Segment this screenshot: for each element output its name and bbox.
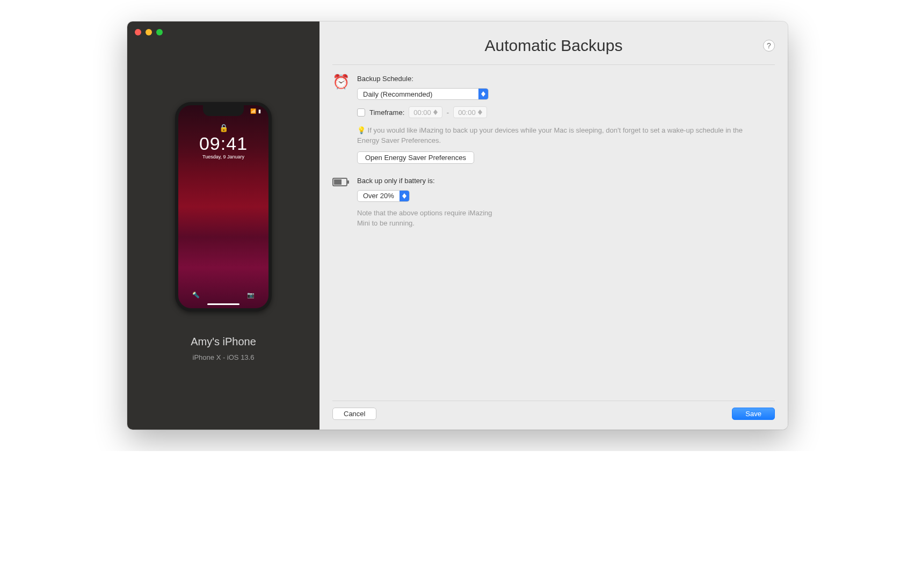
camera-icon: 📷 — [247, 292, 255, 299]
time-from-input[interactable]: 00:00 — [409, 106, 442, 118]
battery-section-icon — [332, 177, 350, 229]
battery-section: Back up only if battery is: Over 20% Not… — [332, 177, 775, 229]
stepper-icon — [433, 110, 440, 115]
notch — [203, 105, 244, 116]
time-to-input[interactable]: 00:00 — [453, 106, 487, 118]
lockscreen-time: 09:41 — [199, 133, 248, 154]
cancel-button[interactable]: Cancel — [332, 408, 376, 420]
device-sidebar: 📶 ▮ 🔒 09:41 Tuesday, 9 January 🔦 📷 Amy's… — [127, 21, 319, 430]
help-button[interactable]: ? — [763, 40, 775, 52]
time-separator: - — [447, 108, 449, 117]
close-window-button[interactable] — [135, 29, 141, 35]
battery-note: Note that the above options require iMaz… — [357, 208, 497, 229]
main-panel: Automatic Backups ? ⏰ Backup Schedule: D… — [319, 21, 788, 430]
timeframe-row: Timeframe: 00:00 - 00:00 — [357, 106, 775, 118]
save-button[interactable]: Save — [732, 408, 775, 420]
sleep-hint-text: If you would like iMazing to back up you… — [357, 126, 743, 144]
zoom-window-button[interactable] — [156, 29, 163, 35]
schedule-select[interactable]: Daily (Recommended) — [357, 88, 489, 100]
minimize-window-button[interactable] — [146, 29, 152, 35]
time-from-value: 00:00 — [413, 108, 431, 117]
home-indicator — [207, 303, 239, 305]
chevron-up-down-icon — [478, 89, 488, 99]
open-energy-saver-button[interactable]: Open Energy Saver Preferences — [357, 151, 474, 164]
footer: Cancel Save — [332, 401, 775, 420]
schedule-selected: Daily (Recommended) — [358, 90, 478, 98]
lockscreen-shortcuts: 🔦 📷 — [178, 292, 268, 299]
page-header: Automatic Backups ? — [332, 37, 775, 65]
battery-icon: ▮ — [258, 108, 261, 114]
timeframe-label: Timeframe: — [369, 108, 404, 117]
lock-icon: 🔒 — [219, 124, 228, 132]
timeframe-checkbox[interactable] — [357, 108, 365, 117]
flashlight-icon: 🔦 — [192, 292, 200, 299]
app-window: 📶 ▮ 🔒 09:41 Tuesday, 9 January 🔦 📷 Amy's… — [127, 21, 788, 430]
device-screen: 📶 ▮ 🔒 09:41 Tuesday, 9 January 🔦 📷 — [178, 105, 268, 308]
bulb-icon: 💡 — [357, 126, 366, 134]
battery-selected: Over 20% — [358, 192, 400, 200]
window-controls — [135, 29, 163, 35]
chevron-up-down-icon — [400, 191, 409, 201]
lockscreen-date: Tuesday, 9 January — [202, 154, 244, 159]
content: ⏰ Backup Schedule: Daily (Recommended) T… — [332, 65, 775, 401]
clock-icon: ⏰ — [332, 75, 350, 164]
stepper-icon — [478, 110, 484, 115]
page-title: Automatic Backups — [332, 37, 775, 55]
time-to-value: 00:00 — [458, 108, 476, 117]
battery-label: Back up only if battery is: — [357, 177, 775, 185]
signal-icon: 📶 — [250, 108, 256, 114]
schedule-label: Backup Schedule: — [357, 75, 775, 83]
device-preview: 📶 ▮ 🔒 09:41 Tuesday, 9 January 🔦 📷 — [175, 102, 272, 311]
schedule-section: ⏰ Backup Schedule: Daily (Recommended) T… — [332, 75, 775, 164]
device-info: iPhone X - iOS 13.6 — [193, 353, 255, 361]
device-name: Amy's iPhone — [191, 336, 256, 348]
battery-select[interactable]: Over 20% — [357, 190, 410, 202]
sleep-hint: 💡 If you would like iMazing to back up y… — [357, 126, 754, 146]
